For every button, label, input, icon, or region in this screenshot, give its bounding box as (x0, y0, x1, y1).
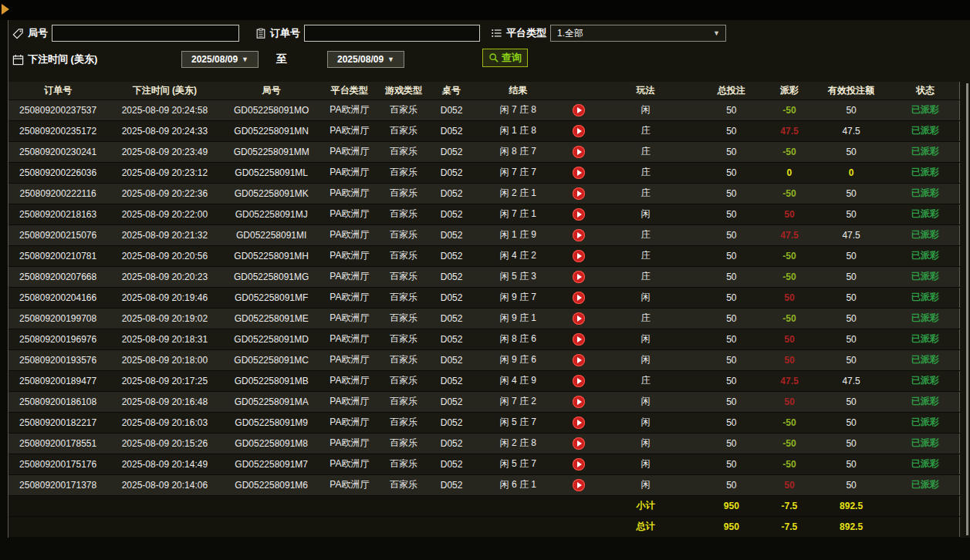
cell-round: GD052258091MF (222, 287, 321, 308)
cell-order: 250809200204166 (8, 287, 107, 308)
cell-bet: 闲 (596, 204, 695, 224)
play-video-button[interactable] (573, 125, 585, 137)
cell-result: 闲 1 庄 9 (474, 224, 562, 245)
cell-platform: PA欧洲厅 (321, 266, 378, 287)
play-video-button[interactable] (573, 229, 585, 241)
play-video-button[interactable] (573, 104, 585, 116)
play-video-button[interactable] (573, 417, 585, 429)
cell-payout: -50 (768, 412, 811, 433)
play-icon (577, 128, 582, 134)
play-icon (577, 336, 582, 342)
cell-payout: 47.5 (768, 224, 811, 245)
cell-valid: 50 (811, 329, 891, 349)
collapse-arrow-icon[interactable] (2, 4, 9, 15)
play-video-button[interactable] (573, 271, 585, 283)
cell-game: 百家乐 (378, 100, 429, 120)
cell-status: 已派彩 (891, 204, 959, 224)
play-video-button[interactable] (573, 292, 585, 304)
play-video-button[interactable] (573, 396, 585, 408)
round-input[interactable] (52, 25, 239, 42)
play-video-button[interactable] (573, 208, 585, 221)
cell-status: 已派彩 (891, 224, 959, 245)
cell-status: 已派彩 (891, 183, 959, 204)
cell-order: 250809200193576 (8, 349, 107, 370)
cell-play (562, 433, 596, 454)
cell-round: GD052258091M7 (222, 454, 321, 474)
date-to-wrap: 2025/08/09 (327, 50, 404, 69)
cell-total: 50 (695, 454, 768, 474)
date-from-picker[interactable]: 2025/08/09 (181, 51, 259, 68)
cell-payout: -50 (768, 454, 811, 474)
total-valid-bet: 892.5 (811, 516, 891, 537)
cell-total: 50 (695, 433, 768, 454)
play-icon (577, 107, 582, 113)
cell-round: GD052258091MK (222, 183, 321, 204)
cell-time: 2025-08-09 20:21:32 (107, 224, 221, 245)
cell-bet: 闲 (596, 100, 695, 120)
cell-valid: 50 (811, 308, 891, 329)
cell-platform: PA欧洲厅 (321, 370, 378, 391)
play-video-button[interactable] (573, 458, 585, 471)
cell-platform: PA欧洲厅 (321, 433, 378, 454)
cell-platform: PA欧洲厅 (321, 204, 378, 224)
play-video-button[interactable] (573, 250, 585, 262)
cell-total: 50 (695, 100, 768, 120)
cell-game: 百家乐 (378, 474, 429, 495)
cell-bet: 庄 (596, 266, 695, 287)
column-header: 桌号 (429, 82, 474, 100)
cell-status: 已派彩 (891, 391, 959, 412)
cell-result: 闲 9 庄 1 (474, 308, 562, 329)
cell-order: 250809200222116 (8, 183, 107, 204)
cell-total: 50 (695, 412, 768, 433)
filter-panel: 局号 订单号 平台类型 1.全部 下注时间 (美东) (8, 20, 970, 82)
play-video-button[interactable] (573, 333, 585, 346)
play-video-button[interactable] (573, 187, 585, 200)
cell-order: 250809200210781 (8, 245, 107, 266)
play-video-button[interactable] (573, 479, 585, 491)
cell-table: D052 (429, 266, 474, 287)
cell-result: 闲 4 庄 9 (474, 370, 562, 391)
table-row: 2508092001861082025-08-09 20:16:48GD0522… (8, 391, 960, 412)
cell-bet: 闲 (596, 287, 695, 308)
play-video-button[interactable] (573, 375, 585, 387)
table-row: 2508092001935762025-08-09 20:18:00GD0522… (8, 349, 960, 370)
cell-order: 250809200199708 (8, 308, 107, 329)
cell-play (562, 308, 596, 329)
list-icon (491, 28, 502, 39)
cell-platform: PA欧洲厅 (321, 162, 378, 183)
platform-select[interactable]: 1.全部 (550, 25, 726, 42)
date-from-wrap: 2025/08/09 (181, 50, 259, 69)
cell-round: GD052258091MO (222, 100, 321, 120)
play-video-button[interactable] (573, 312, 585, 325)
date-to-picker[interactable]: 2025/08/09 (327, 51, 404, 68)
cell-table: D052 (429, 141, 474, 162)
cell-time: 2025-08-09 20:14:06 (107, 474, 221, 495)
calendar-icon (12, 54, 24, 66)
play-video-button[interactable] (573, 354, 585, 366)
cell-result: 闲 7 庄 1 (474, 204, 562, 224)
play-icon (577, 274, 582, 280)
cell-valid: 50 (811, 391, 891, 412)
cell-result: 闲 1 庄 8 (474, 120, 562, 141)
cell-table: D052 (429, 224, 474, 245)
cell-bet: 闲 (596, 433, 695, 454)
vertical-scrollbar[interactable] (966, 83, 968, 535)
cell-play (562, 183, 596, 204)
play-video-button[interactable] (573, 167, 585, 179)
order-input[interactable] (304, 25, 480, 42)
bet-time-filter: 下注时间 (美东) (12, 50, 97, 69)
play-video-button[interactable] (573, 146, 585, 158)
cell-table: D052 (429, 183, 474, 204)
table-row: 2508092001969762025-08-09 20:18:31GD0522… (8, 329, 960, 349)
play-icon (577, 357, 582, 363)
play-video-button[interactable] (573, 437, 585, 450)
cell-payout: 47.5 (768, 370, 811, 391)
cell-payout: -50 (768, 141, 811, 162)
cell-round: GD052258091MN (222, 120, 321, 141)
query-button[interactable]: 查询 (482, 49, 528, 67)
table-row: 2508092001822172025-08-09 20:16:03GD0522… (8, 412, 960, 433)
cell-platform: PA欧洲厅 (321, 183, 378, 204)
cell-game: 百家乐 (378, 349, 429, 370)
to-label: 至 (276, 52, 287, 66)
cell-round: GD052258091MH (222, 245, 321, 266)
